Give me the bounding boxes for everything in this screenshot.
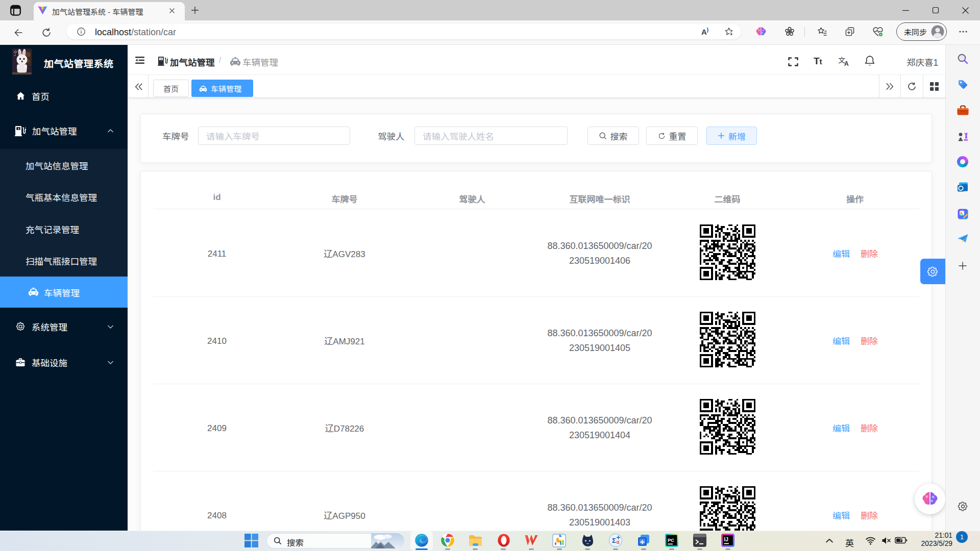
svg-text:A: A (844, 60, 849, 66)
svg-text:Σ: Σ (612, 537, 616, 544)
svg-text:PC: PC (668, 537, 674, 543)
svg-text:α: α (617, 539, 620, 545)
svg-text:IJ: IJ (724, 537, 728, 542)
